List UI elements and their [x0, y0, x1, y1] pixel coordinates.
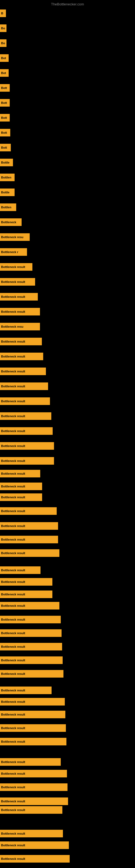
- bottleneck-item-11[interactable]: Bottle: [0, 159, 13, 166]
- bottleneck-item-33[interactable]: Bottleneck result: [0, 483, 42, 490]
- bottleneck-item-42[interactable]: Bottleneck result: [0, 602, 59, 610]
- bottleneck-item-50[interactable]: Bottleneck result: [0, 711, 65, 718]
- bottleneck-item-47[interactable]: Bottleneck result: [0, 670, 63, 678]
- bottleneck-label-9: Bott: [1, 131, 7, 134]
- bottleneck-item-32[interactable]: Bottleneck result: [0, 470, 40, 477]
- bottleneck-item-14[interactable]: Bottlen: [0, 204, 16, 211]
- bottleneck-item-60[interactable]: Bottleneck result: [0, 855, 70, 863]
- bottleneck-item-39[interactable]: Bottleneck result: [0, 566, 41, 574]
- bottleneck-item-37[interactable]: Bottleneck result: [0, 536, 58, 543]
- bottleneck-item-44[interactable]: Bottleneck result: [0, 629, 61, 637]
- bottleneck-label-7: Bott: [1, 101, 7, 104]
- bottleneck-item-23[interactable]: Bottleneck result: [0, 338, 42, 345]
- bottleneck-item-9[interactable]: Bott: [0, 129, 10, 136]
- bottleneck-label-35: Bottleneck result: [1, 509, 25, 513]
- bottleneck-label-46: Bottleneck result: [1, 659, 25, 662]
- bottleneck-item-43[interactable]: Bottleneck result: [0, 616, 61, 623]
- bottleneck-item-38[interactable]: Bottleneck result: [0, 549, 59, 557]
- bottleneck-label-59: Bottleneck result: [1, 844, 25, 847]
- bottleneck-label-1: B: [1, 12, 3, 15]
- site-title: TheBottlenecker.com: [51, 2, 84, 6]
- bottleneck-item-30[interactable]: Bottleneck result: [0, 442, 54, 450]
- bottleneck-item-16[interactable]: Bottleneck resu: [0, 233, 30, 241]
- bottleneck-item-54[interactable]: Bottleneck result: [0, 770, 67, 777]
- bottleneck-item-41[interactable]: Bottleneck result: [0, 590, 52, 598]
- bottleneck-item-27[interactable]: Bottleneck result: [0, 397, 50, 405]
- bottleneck-item-4[interactable]: Bot: [0, 54, 9, 62]
- bottleneck-label-41: Bottleneck result: [1, 593, 25, 596]
- bottleneck-label-6: Bott: [1, 86, 7, 90]
- bottleneck-item-45[interactable]: Bottleneck result: [0, 643, 62, 650]
- bottleneck-label-22: Bottleneck resu: [1, 325, 24, 328]
- bottleneck-item-26[interactable]: Bottleneck result: [0, 382, 48, 390]
- bottleneck-item-56[interactable]: Bottleneck result: [0, 798, 68, 805]
- bottleneck-item-55[interactable]: Bottleneck result: [0, 783, 68, 791]
- bottleneck-label-14: Bottlen: [1, 206, 11, 209]
- bottleneck-item-19[interactable]: Bottleneck result: [0, 278, 35, 286]
- bottleneck-label-39: Bottleneck result: [1, 568, 25, 572]
- bottleneck-label-12: Bottlen: [1, 176, 11, 179]
- bottleneck-item-31[interactable]: Bottleneck result: [0, 457, 54, 465]
- bottleneck-item-8[interactable]: Bott: [0, 114, 10, 122]
- bottleneck-label-18: Bottleneck result: [1, 265, 25, 269]
- bottleneck-item-59[interactable]: Bottleneck result: [0, 841, 69, 849]
- bottleneck-item-28[interactable]: Bottleneck result: [0, 412, 51, 420]
- bottleneck-label-15: Bottleneck: [1, 220, 16, 224]
- bottleneck-item-1[interactable]: B: [0, 9, 6, 17]
- bottleneck-label-38: Bottleneck result: [1, 552, 25, 555]
- bottleneck-label-28: Bottleneck result: [1, 414, 25, 418]
- bottleneck-item-25[interactable]: Bottleneck result: [0, 368, 46, 375]
- bottleneck-item-53[interactable]: Bottleneck result: [0, 758, 61, 766]
- bottleneck-item-5[interactable]: Bot: [0, 69, 9, 77]
- bottleneck-item-48[interactable]: Bottleneck result: [0, 686, 52, 694]
- bottleneck-label-24: Bottleneck result: [1, 355, 25, 358]
- bottleneck-label-56: Bottleneck result: [1, 800, 25, 803]
- bottleneck-label-21: Bottleneck result: [1, 310, 25, 313]
- bottleneck-label-27: Bottleneck result: [1, 400, 25, 403]
- bottleneck-label-52: Bottleneck result: [1, 740, 25, 743]
- bottleneck-item-40[interactable]: Bottleneck result: [0, 578, 52, 586]
- bottleneck-item-22[interactable]: Bottleneck resu: [0, 323, 40, 330]
- bottleneck-item-15[interactable]: Bottleneck: [0, 218, 21, 226]
- bottleneck-label-31: Bottleneck result: [1, 459, 25, 463]
- bottleneck-item-34[interactable]: Bottleneck result: [0, 493, 42, 501]
- bottleneck-item-21[interactable]: Bottleneck result: [0, 308, 40, 315]
- bottleneck-label-16: Bottleneck resu: [1, 236, 24, 239]
- bottleneck-label-23: Bottleneck result: [1, 340, 25, 343]
- bottleneck-label-20: Bottleneck result: [1, 295, 25, 299]
- bottleneck-item-36[interactable]: Bottleneck result: [0, 522, 58, 530]
- bottleneck-item-12[interactable]: Bottlen: [0, 174, 14, 181]
- bottleneck-label-55: Bottleneck result: [1, 785, 25, 789]
- bottleneck-label-13: Bottle: [1, 191, 9, 194]
- bottleneck-item-10[interactable]: Bott: [0, 144, 11, 151]
- bottleneck-label-51: Bottleneck result: [1, 726, 25, 730]
- bottleneck-label-48: Bottleneck result: [1, 689, 25, 692]
- bottleneck-label-3: Bo: [1, 41, 5, 45]
- bottleneck-label-19: Bottleneck result: [1, 280, 25, 283]
- bottleneck-item-24[interactable]: Bottleneck result: [0, 352, 43, 360]
- bottleneck-item-58[interactable]: Bottleneck result: [0, 830, 63, 837]
- bottleneck-label-60: Bottleneck result: [1, 857, 25, 860]
- bottleneck-item-46[interactable]: Bottleneck result: [0, 656, 63, 664]
- bottleneck-item-17[interactable]: Bottleneck r: [0, 248, 27, 256]
- bottleneck-item-57[interactable]: Bottleneck result: [0, 806, 62, 814]
- bottleneck-label-44: Bottleneck result: [1, 631, 25, 635]
- bottleneck-label-57: Bottleneck result: [1, 808, 25, 812]
- bottleneck-item-13[interactable]: Bottle: [0, 188, 14, 196]
- bottleneck-label-30: Bottleneck result: [1, 444, 25, 447]
- bottleneck-item-6[interactable]: Bott: [0, 84, 10, 92]
- bottleneck-item-20[interactable]: Bottleneck result: [0, 293, 38, 301]
- bottleneck-label-29: Bottleneck result: [1, 429, 25, 433]
- bottleneck-item-18[interactable]: Bottleneck result: [0, 263, 32, 271]
- bottleneck-label-54: Bottleneck result: [1, 772, 25, 775]
- bottleneck-item-49[interactable]: Bottleneck result: [0, 698, 65, 706]
- bottleneck-label-5: Bot: [1, 71, 6, 74]
- bottleneck-item-3[interactable]: Bo: [0, 39, 6, 47]
- bottleneck-item-29[interactable]: Bottleneck result: [0, 427, 53, 435]
- bottleneck-item-52[interactable]: Bottleneck result: [0, 738, 66, 745]
- bottleneck-item-7[interactable]: Bott: [0, 99, 10, 106]
- bottleneck-item-2[interactable]: Bo: [0, 24, 6, 32]
- bottleneck-item-51[interactable]: Bottleneck result: [0, 724, 66, 732]
- bottleneck-item-35[interactable]: Bottleneck result: [0, 507, 57, 515]
- bottleneck-label-50: Bottleneck result: [1, 713, 25, 716]
